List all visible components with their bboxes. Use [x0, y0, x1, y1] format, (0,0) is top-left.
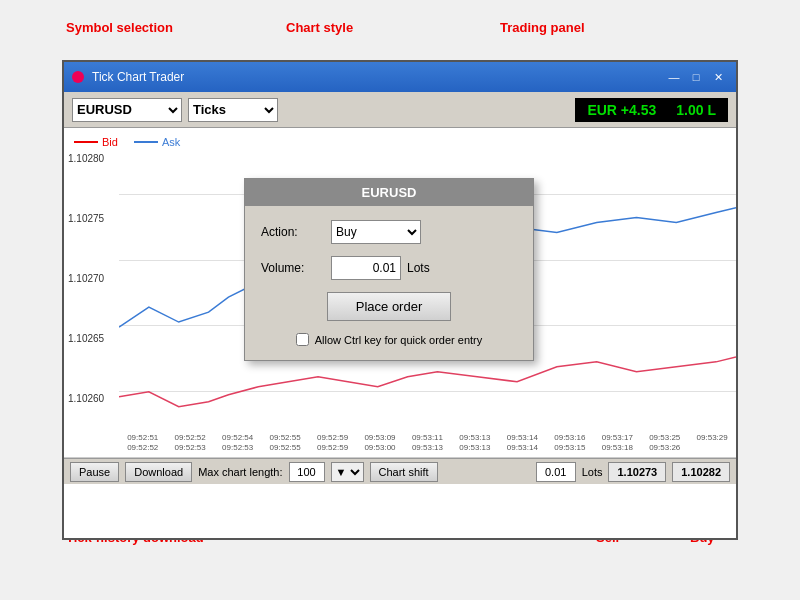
legend-ask: Ask	[134, 136, 180, 148]
max-chart-input[interactable]	[289, 462, 325, 482]
lot-display: 1.00 L	[676, 102, 716, 118]
close-button[interactable]: ✕	[708, 67, 728, 87]
toolbar: EURUSD Ticks EUR +4.53 1.00 L	[64, 92, 736, 128]
time-label-5: 09:52:5909:52:59	[317, 433, 348, 454]
annotation-symbol-selection: Symbol selection	[66, 20, 173, 35]
volume-input[interactable]	[331, 256, 401, 280]
pnl-display: EUR +4.53	[587, 102, 656, 118]
action-label: Action:	[261, 225, 331, 239]
time-label-8: 09:53:1309:53:13	[459, 433, 490, 454]
price-label-5: 1.10260	[68, 393, 104, 404]
max-chart-label: Max chart length:	[198, 466, 282, 478]
price-label-3: 1.10270	[68, 273, 104, 284]
window-icon	[72, 71, 84, 83]
main-window: Tick Chart Trader — □ ✕ EURUSD Ticks EUR…	[62, 60, 738, 540]
pause-button[interactable]: Pause	[70, 462, 119, 482]
time-label-11: 09:53:1709:53:18	[602, 433, 633, 454]
volume-row: Volume: Lots	[261, 256, 517, 280]
ask-line-icon	[134, 141, 158, 143]
titlebar: Tick Chart Trader — □ ✕	[64, 62, 736, 92]
price-labels: 1.10280 1.10275 1.10270 1.10265 1.10260	[68, 128, 104, 429]
annotation-trading-panel: Trading panel	[500, 20, 585, 35]
time-label-12: 09:53:2509:53:26	[649, 433, 680, 454]
time-label-6: 09:53:0909:53:00	[364, 433, 395, 454]
action-select[interactable]: Buy Sell	[331, 220, 421, 244]
annotation-chart-style: Chart style	[286, 20, 353, 35]
time-label-1: 09:52:5109:52:52	[127, 433, 158, 454]
price-label-1: 1.10280	[68, 153, 104, 164]
symbol-select[interactable]: EURUSD	[72, 98, 182, 122]
chart-area: Bid Ask 1.10280 1.10275 1.10270 1.10265 …	[64, 128, 736, 458]
lots-label-bottom: Lots	[582, 466, 603, 478]
trading-popup: EURUSD Action: Buy Sell Volume: Lots Pla…	[244, 178, 534, 361]
chart-style-select[interactable]: Ticks	[188, 98, 278, 122]
time-label-4: 09:52:5509:52:55	[270, 433, 301, 454]
time-label-2: 09:52:5209:52:53	[175, 433, 206, 454]
download-button[interactable]: Download	[125, 462, 192, 482]
time-label-10: 09:53:1609:53:15	[554, 433, 585, 454]
time-label-9: 09:53:1409:53:14	[507, 433, 538, 454]
place-order-button[interactable]: Place order	[327, 292, 451, 321]
checkbox-label: Allow Ctrl key for quick order entry	[315, 334, 483, 346]
window-title: Tick Chart Trader	[92, 70, 662, 84]
ask-label: Ask	[162, 136, 180, 148]
time-label-7: 09:53:1109:53:13	[412, 433, 443, 454]
popup-body: Action: Buy Sell Volume: Lots Place orde…	[245, 206, 533, 360]
sell-button[interactable]: 1.10273	[608, 462, 666, 482]
time-label-3: 09:52:5409:52:53	[222, 433, 253, 454]
bottom-bar: Pause Download Max chart length: ▼ Chart…	[64, 458, 736, 484]
lots-input[interactable]	[536, 462, 576, 482]
time-axis: 09:52:5109:52:52 09:52:5209:52:53 09:52:…	[119, 429, 736, 457]
action-row: Action: Buy Sell	[261, 220, 517, 244]
ctrl-key-checkbox[interactable]	[296, 333, 309, 346]
lots-label: Lots	[407, 261, 430, 275]
checkbox-row: Allow Ctrl key for quick order entry	[261, 333, 517, 346]
bid-label: Bid	[102, 136, 118, 148]
price-label-2: 1.10275	[68, 213, 104, 224]
minimize-button[interactable]: —	[664, 67, 684, 87]
max-chart-select[interactable]: ▼	[331, 462, 364, 482]
price-label-4: 1.10265	[68, 333, 104, 344]
chart-shift-button[interactable]: Chart shift	[370, 462, 438, 482]
volume-label: Volume:	[261, 261, 331, 275]
buy-button[interactable]: 1.10282	[672, 462, 730, 482]
popup-title: EURUSD	[245, 179, 533, 206]
time-label-13: 09:53:29	[697, 433, 728, 443]
maximize-button[interactable]: □	[686, 67, 706, 87]
trading-panel-display: EUR +4.53 1.00 L	[575, 98, 728, 122]
